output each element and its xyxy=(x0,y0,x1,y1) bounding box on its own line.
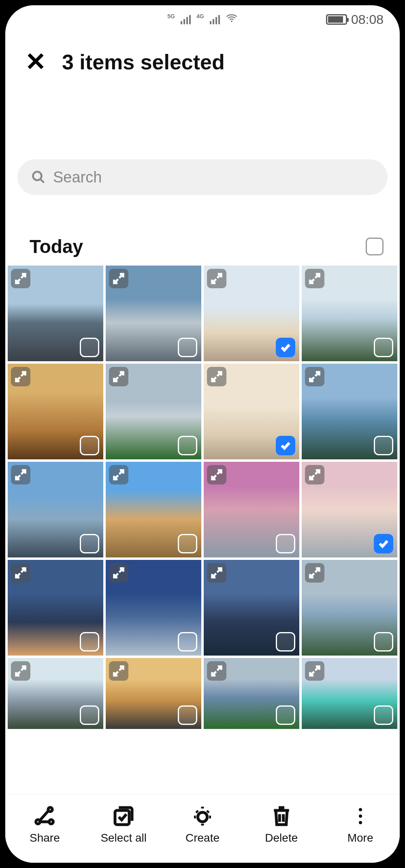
photo-checkbox[interactable] xyxy=(374,534,393,553)
expand-icon[interactable] xyxy=(11,367,30,386)
photo-checkbox[interactable] xyxy=(80,632,99,652)
expand-icon[interactable] xyxy=(109,465,128,484)
expand-icon[interactable] xyxy=(11,661,30,681)
signal-bars-icon xyxy=(210,15,220,24)
photo-thumbnail[interactable] xyxy=(106,560,201,656)
photo-thumbnail[interactable] xyxy=(106,266,201,361)
expand-icon[interactable] xyxy=(109,661,128,681)
photo-checkbox[interactable] xyxy=(178,534,197,553)
photo-thumbnail[interactable] xyxy=(106,364,201,459)
photo-thumbnail[interactable] xyxy=(302,462,397,557)
expand-icon[interactable] xyxy=(109,367,128,386)
photo-checkbox[interactable] xyxy=(178,436,197,455)
expand-icon[interactable] xyxy=(305,563,324,583)
share-icon xyxy=(33,805,56,827)
photo-thumbnail[interactable] xyxy=(302,560,397,656)
close-icon[interactable] xyxy=(26,51,46,73)
photo-thumbnail[interactable] xyxy=(204,462,299,557)
status-center: 5G 4G xyxy=(167,12,237,27)
battery-icon xyxy=(326,14,347,25)
expand-icon[interactable] xyxy=(207,269,226,288)
photo-checkbox[interactable] xyxy=(374,632,393,652)
search-container: Search xyxy=(5,78,400,211)
svg-point-0 xyxy=(231,21,232,22)
photo-thumbnail[interactable] xyxy=(204,658,299,729)
photo-checkbox[interactable] xyxy=(80,436,99,455)
share-label: Share xyxy=(30,832,60,844)
signal-bars-icon xyxy=(181,15,191,24)
expand-icon[interactable] xyxy=(207,661,226,681)
photo-checkbox[interactable] xyxy=(374,436,393,455)
search-placeholder: Search xyxy=(53,169,102,186)
bottom-action-bar: Share Select all Create Delete More xyxy=(5,794,400,863)
wifi-icon xyxy=(226,12,238,27)
photo-checkbox[interactable] xyxy=(276,338,295,357)
photo-thumbnail[interactable] xyxy=(8,658,103,729)
select-all-icon xyxy=(112,805,135,827)
more-button[interactable]: More xyxy=(330,805,391,844)
search-input[interactable]: Search xyxy=(17,159,388,195)
photo-checkbox[interactable] xyxy=(276,436,295,455)
more-icon xyxy=(359,805,362,827)
create-button[interactable]: Create xyxy=(172,805,233,844)
more-label: More xyxy=(347,832,373,844)
expand-icon[interactable] xyxy=(305,269,324,288)
create-icon xyxy=(191,805,214,827)
svg-point-1 xyxy=(33,172,42,180)
delete-button[interactable]: Delete xyxy=(251,805,312,844)
photo-thumbnail[interactable] xyxy=(204,560,299,656)
photo-checkbox[interactable] xyxy=(276,534,295,553)
expand-icon[interactable] xyxy=(109,269,128,288)
status-right: 08:08 xyxy=(326,5,384,34)
expand-icon[interactable] xyxy=(305,465,324,484)
photo-checkbox[interactable] xyxy=(374,705,393,725)
search-icon xyxy=(31,170,46,184)
photo-thumbnail[interactable] xyxy=(204,266,299,361)
select-section-checkbox[interactable] xyxy=(366,238,384,255)
expand-icon[interactable] xyxy=(11,269,30,288)
expand-icon[interactable] xyxy=(207,367,226,386)
photo-thumbnail[interactable] xyxy=(8,364,103,459)
photo-thumbnail[interactable] xyxy=(8,560,103,656)
photo-checkbox[interactable] xyxy=(80,705,99,725)
photo-checkbox[interactable] xyxy=(276,632,295,652)
svg-point-4 xyxy=(49,819,53,823)
network-label-2: 4G xyxy=(196,13,204,19)
expand-icon[interactable] xyxy=(207,563,226,583)
photo-thumbnail[interactable] xyxy=(204,364,299,459)
expand-icon[interactable] xyxy=(207,465,226,484)
delete-label: Delete xyxy=(265,832,298,844)
expand-icon[interactable] xyxy=(11,465,30,484)
delete-icon xyxy=(270,805,293,827)
select-all-label: Select all xyxy=(100,832,147,844)
expand-icon[interactable] xyxy=(305,367,324,386)
selection-header: 3 items selected xyxy=(5,34,400,78)
photo-thumbnail[interactable] xyxy=(302,658,397,729)
photo-checkbox[interactable] xyxy=(178,705,197,725)
svg-point-6 xyxy=(198,812,207,821)
photo-thumbnail[interactable] xyxy=(106,462,201,557)
photo-checkbox[interactable] xyxy=(80,338,99,357)
photo-checkbox[interactable] xyxy=(178,338,197,357)
section-header: Today xyxy=(5,211,400,266)
select-all-button[interactable]: Select all xyxy=(93,805,154,844)
photo-checkbox[interactable] xyxy=(80,534,99,553)
photo-thumbnail[interactable] xyxy=(8,462,103,557)
status-time: 08:08 xyxy=(351,12,384,27)
photo-thumbnail[interactable] xyxy=(8,266,103,361)
photo-thumbnail[interactable] xyxy=(302,364,397,459)
expand-icon[interactable] xyxy=(109,563,128,583)
phone-frame: 5G 4G 08:08 3 items selected Search Toda… xyxy=(5,5,400,863)
photo-thumbnail[interactable] xyxy=(302,266,397,361)
expand-icon[interactable] xyxy=(11,563,30,583)
photo-checkbox[interactable] xyxy=(276,705,295,725)
selection-title: 3 items selected xyxy=(62,50,225,74)
network-label-1: 5G xyxy=(167,13,175,19)
photo-checkbox[interactable] xyxy=(178,632,197,652)
photo-checkbox[interactable] xyxy=(374,338,393,357)
section-title: Today xyxy=(30,236,83,257)
status-bar: 5G 4G 08:08 xyxy=(5,5,400,34)
photo-thumbnail[interactable] xyxy=(106,658,201,729)
expand-icon[interactable] xyxy=(305,661,324,681)
share-button[interactable]: Share xyxy=(14,805,75,844)
